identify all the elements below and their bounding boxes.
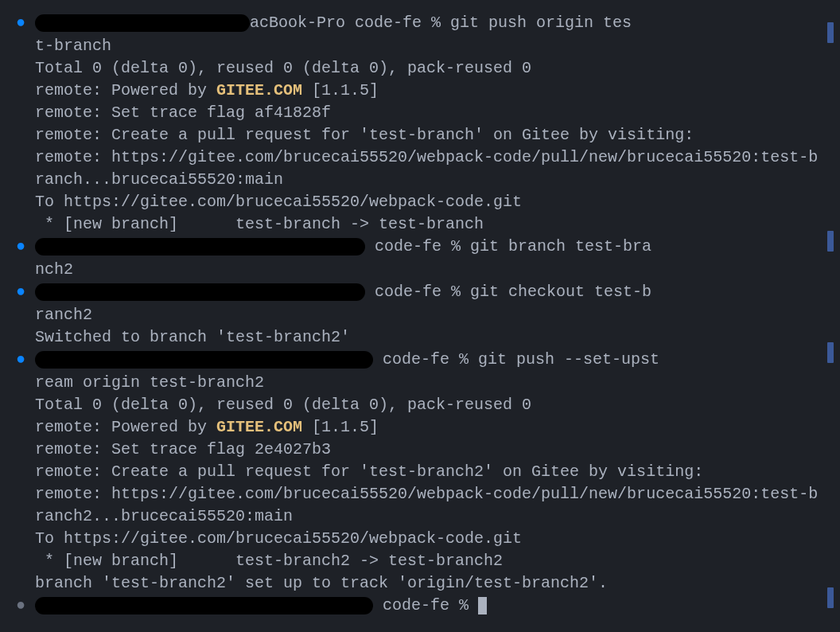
prompt-and-command: code-fe %: [373, 596, 478, 614]
output-line: branch 'test-branch2' set up to track 'o…: [16, 572, 824, 595]
bullet-icon: ●: [16, 236, 35, 258]
scroll-marker: [827, 231, 834, 252]
prompt-and-command: acBook-Pro code-fe % git push origin tes: [250, 14, 632, 32]
prompt-content: code-fe % git push --set-upst: [35, 349, 824, 371]
output-line: remote: Powered by GITEE.COM [1.1.5]: [16, 80, 824, 102]
command-line: ● code-fe %: [16, 595, 824, 617]
command-line: ●acBook-Pro code-fe % git push origin te…: [16, 12, 824, 34]
command-line: ● code-fe % git branch test-bra: [16, 236, 824, 258]
output-line: To https://gitee.com/brucecai55520/webpa…: [16, 191, 824, 213]
output-line: Switched to branch 'test-branch2': [16, 326, 824, 349]
output-line: remote: Set trace flag 2e4027b3: [16, 439, 824, 461]
prompt-and-command: code-fe % git checkout test-b: [365, 283, 651, 301]
prompt-and-command: code-fe % git branch test-bra: [365, 237, 651, 256]
prompt-content: acBook-Pro code-fe % git push origin tes: [35, 12, 824, 34]
command-continuation: nch2: [16, 259, 824, 281]
output-line: remote: Create a pull request for 'test-…: [16, 461, 824, 483]
redacted-hostname: [35, 283, 365, 301]
command-line: ● code-fe % git checkout test-b: [16, 281, 824, 303]
output-line: * [new branch] test-branch -> test-branc…: [16, 213, 824, 236]
highlighted-text: GITEE.COM: [216, 418, 302, 436]
redacted-hostname: [35, 238, 365, 256]
terminal-output[interactable]: ●acBook-Pro code-fe % git push origin te…: [16, 12, 824, 617]
highlighted-text: GITEE.COM: [216, 81, 302, 99]
scroll-marker: [827, 22, 834, 43]
redacted-hostname: [35, 597, 373, 614]
scroll-marker: [827, 587, 834, 608]
output-line: Total 0 (delta 0), reused 0 (delta 0), p…: [16, 57, 824, 80]
output-line: remote: https://gitee.com/brucecai55520/…: [16, 483, 824, 528]
bullet-icon: ●: [16, 595, 35, 617]
command-continuation: t-branch: [16, 35, 824, 57]
output-line: Total 0 (delta 0), reused 0 (delta 0), p…: [16, 394, 824, 416]
prompt-content: code-fe %: [35, 595, 824, 617]
bullet-icon: ●: [16, 12, 35, 34]
output-line: remote: https://gitee.com/brucecai55520/…: [16, 146, 824, 191]
output-line: remote: Set trace flag af41828f: [16, 102, 824, 124]
output-line: remote: Powered by GITEE.COM [1.1.5]: [16, 416, 824, 439]
command-continuation: ranch2: [16, 304, 824, 326]
command-line: ● code-fe % git push --set-upst: [16, 349, 824, 371]
redacted-hostname: [35, 14, 250, 32]
prompt-content: code-fe % git checkout test-b: [35, 281, 824, 303]
prompt-content: code-fe % git branch test-bra: [35, 236, 824, 258]
output-line: remote: Create a pull request for 'test-…: [16, 124, 824, 146]
scrollbar-track: [826, 0, 834, 632]
prompt-and-command: code-fe % git push --set-upst: [373, 350, 659, 369]
command-continuation: ream origin test-branch2: [16, 372, 824, 394]
output-line: * [new branch] test-branch2 -> test-bran…: [16, 550, 824, 572]
bullet-icon: ●: [16, 281, 35, 303]
output-line: To https://gitee.com/brucecai55520/webpa…: [16, 528, 824, 550]
redacted-hostname: [35, 351, 373, 369]
cursor: [478, 597, 487, 614]
bullet-icon: ●: [16, 349, 35, 371]
scroll-marker: [827, 342, 834, 363]
